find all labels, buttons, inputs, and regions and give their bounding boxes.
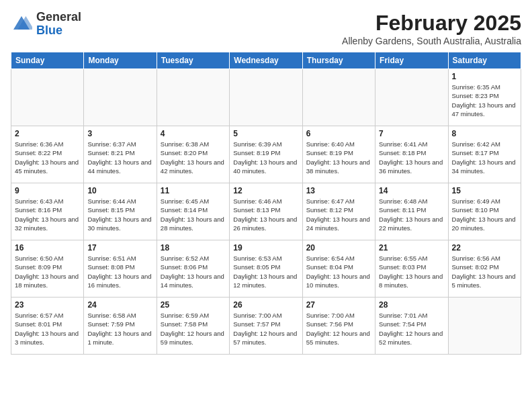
day-number: 9 xyxy=(15,186,80,195)
cell-info: Sunrise: 6:38 AM Sunset: 8:20 PM Dayligh… xyxy=(161,140,226,175)
calendar-header-row: SundayMondayTuesdayWednesdayThursdayFrid… xyxy=(11,52,521,69)
day-number: 14 xyxy=(379,186,444,195)
logo: General Blue xyxy=(11,11,81,38)
day-number: 21 xyxy=(379,243,444,253)
calendar-cell: 28Sunrise: 7:01 AM Sunset: 7:54 PM Dayli… xyxy=(375,298,448,355)
cell-info: Sunrise: 6:53 AM Sunset: 8:05 PM Dayligh… xyxy=(233,254,298,289)
calendar-cell: 25Sunrise: 6:59 AM Sunset: 7:58 PM Dayli… xyxy=(157,298,229,355)
day-number: 15 xyxy=(452,186,517,195)
logo-general: General xyxy=(36,11,81,24)
cell-info: Sunrise: 6:50 AM Sunset: 8:09 PM Dayligh… xyxy=(15,254,80,289)
calendar-cell: 14Sunrise: 6:48 AM Sunset: 8:11 PM Dayli… xyxy=(375,183,448,240)
cell-info: Sunrise: 6:54 AM Sunset: 8:04 PM Dayligh… xyxy=(306,254,371,289)
cell-info: Sunrise: 6:41 AM Sunset: 8:18 PM Dayligh… xyxy=(379,140,444,175)
day-number: 6 xyxy=(306,129,371,138)
cell-info: Sunrise: 7:00 AM Sunset: 7:57 PM Dayligh… xyxy=(233,311,298,347)
calendar-cell xyxy=(157,69,229,126)
page-header: General Blue February 2025 Allenby Garde… xyxy=(11,11,521,46)
cell-info: Sunrise: 6:58 AM Sunset: 7:59 PM Dayligh… xyxy=(87,311,152,347)
day-header-friday: Friday xyxy=(375,52,448,69)
day-number: 17 xyxy=(87,243,152,253)
day-number: 4 xyxy=(161,129,226,138)
day-number: 10 xyxy=(87,186,152,195)
calendar-week-1: 2Sunrise: 6:36 AM Sunset: 8:22 PM Daylig… xyxy=(11,126,521,183)
day-number: 24 xyxy=(87,300,152,310)
calendar-cell xyxy=(375,69,448,126)
cell-info: Sunrise: 6:35 AM Sunset: 8:23 PM Dayligh… xyxy=(452,83,517,118)
calendar-cell: 21Sunrise: 6:55 AM Sunset: 8:03 PM Dayli… xyxy=(375,240,448,298)
calendar-cell xyxy=(302,69,375,126)
calendar-cell: 4Sunrise: 6:38 AM Sunset: 8:20 PM Daylig… xyxy=(157,126,229,183)
day-header-tuesday: Tuesday xyxy=(157,52,229,69)
day-header-saturday: Saturday xyxy=(448,52,521,69)
calendar-cell: 20Sunrise: 6:54 AM Sunset: 8:04 PM Dayli… xyxy=(302,240,375,298)
day-number: 19 xyxy=(233,243,298,253)
cell-info: Sunrise: 6:44 AM Sunset: 8:15 PM Dayligh… xyxy=(87,197,152,232)
calendar-cell xyxy=(84,69,157,126)
calendar-week-4: 23Sunrise: 6:57 AM Sunset: 8:01 PM Dayli… xyxy=(11,298,521,355)
cell-info: Sunrise: 6:51 AM Sunset: 8:08 PM Dayligh… xyxy=(87,254,152,289)
calendar-cell: 7Sunrise: 6:41 AM Sunset: 8:18 PM Daylig… xyxy=(375,126,448,183)
calendar-cell xyxy=(448,298,521,355)
day-number: 26 xyxy=(233,300,298,310)
cell-info: Sunrise: 7:01 AM Sunset: 7:54 PM Dayligh… xyxy=(379,311,444,347)
cell-info: Sunrise: 6:40 AM Sunset: 8:19 PM Dayligh… xyxy=(306,140,371,175)
day-number: 28 xyxy=(379,300,444,310)
calendar-cell: 11Sunrise: 6:45 AM Sunset: 8:14 PM Dayli… xyxy=(157,183,229,240)
day-number: 27 xyxy=(306,300,371,310)
day-number: 18 xyxy=(161,243,226,253)
calendar-cell xyxy=(230,69,302,126)
day-number: 25 xyxy=(161,300,226,310)
day-number: 3 xyxy=(87,129,152,138)
cell-info: Sunrise: 6:57 AM Sunset: 8:01 PM Dayligh… xyxy=(15,311,80,347)
calendar-cell: 12Sunrise: 6:46 AM Sunset: 8:13 PM Dayli… xyxy=(230,183,302,240)
calendar-cell: 15Sunrise: 6:49 AM Sunset: 8:10 PM Dayli… xyxy=(448,183,521,240)
logo-blue: Blue xyxy=(36,24,81,38)
calendar-cell: 24Sunrise: 6:58 AM Sunset: 7:59 PM Dayli… xyxy=(84,298,157,355)
calendar-cell xyxy=(11,69,84,126)
day-header-thursday: Thursday xyxy=(302,52,375,69)
cell-info: Sunrise: 6:56 AM Sunset: 8:02 PM Dayligh… xyxy=(452,254,517,289)
day-number: 7 xyxy=(379,129,444,138)
calendar-cell: 19Sunrise: 6:53 AM Sunset: 8:05 PM Dayli… xyxy=(230,240,302,298)
calendar-cell: 13Sunrise: 6:47 AM Sunset: 8:12 PM Dayli… xyxy=(302,183,375,240)
day-number: 12 xyxy=(233,186,298,195)
calendar-week-2: 9Sunrise: 6:43 AM Sunset: 8:16 PM Daylig… xyxy=(11,183,521,240)
day-number: 1 xyxy=(452,72,517,81)
calendar-cell: 23Sunrise: 6:57 AM Sunset: 8:01 PM Dayli… xyxy=(11,298,84,355)
day-number: 2 xyxy=(15,129,80,138)
day-number: 8 xyxy=(452,129,517,138)
calendar-week-0: 1Sunrise: 6:35 AM Sunset: 8:23 PM Daylig… xyxy=(11,69,521,126)
calendar-cell: 5Sunrise: 6:39 AM Sunset: 8:19 PM Daylig… xyxy=(230,126,302,183)
title-area: February 2025 Allenby Gardens, South Aus… xyxy=(342,11,521,46)
location: Allenby Gardens, South Australia, Austra… xyxy=(342,36,521,46)
day-number: 5 xyxy=(233,129,298,138)
cell-info: Sunrise: 6:49 AM Sunset: 8:10 PM Dayligh… xyxy=(452,197,517,232)
cell-info: Sunrise: 6:46 AM Sunset: 8:13 PM Dayligh… xyxy=(233,197,298,232)
day-number: 20 xyxy=(306,243,371,253)
cell-info: Sunrise: 7:00 AM Sunset: 7:56 PM Dayligh… xyxy=(306,311,371,347)
cell-info: Sunrise: 6:48 AM Sunset: 8:11 PM Dayligh… xyxy=(379,197,444,232)
calendar-cell: 1Sunrise: 6:35 AM Sunset: 8:23 PM Daylig… xyxy=(448,69,521,126)
cell-info: Sunrise: 6:39 AM Sunset: 8:19 PM Dayligh… xyxy=(233,140,298,175)
calendar-cell: 9Sunrise: 6:43 AM Sunset: 8:16 PM Daylig… xyxy=(11,183,84,240)
cell-info: Sunrise: 6:43 AM Sunset: 8:16 PM Dayligh… xyxy=(15,197,80,232)
day-number: 16 xyxy=(15,243,80,253)
cell-info: Sunrise: 6:37 AM Sunset: 8:21 PM Dayligh… xyxy=(87,140,152,175)
calendar-week-3: 16Sunrise: 6:50 AM Sunset: 8:09 PM Dayli… xyxy=(11,240,521,298)
day-header-monday: Monday xyxy=(84,52,157,69)
calendar-table: SundayMondayTuesdayWednesdayThursdayFrid… xyxy=(11,52,521,355)
day-number: 23 xyxy=(15,300,80,310)
calendar-cell: 26Sunrise: 7:00 AM Sunset: 7:57 PM Dayli… xyxy=(230,298,302,355)
month-year: February 2025 xyxy=(342,11,521,36)
cell-info: Sunrise: 6:59 AM Sunset: 7:58 PM Dayligh… xyxy=(161,311,226,347)
logo-icon xyxy=(11,13,32,35)
day-number: 13 xyxy=(306,186,371,195)
calendar-cell: 6Sunrise: 6:40 AM Sunset: 8:19 PM Daylig… xyxy=(302,126,375,183)
cell-info: Sunrise: 6:36 AM Sunset: 8:22 PM Dayligh… xyxy=(15,140,80,175)
day-number: 22 xyxy=(452,243,517,253)
day-header-wednesday: Wednesday xyxy=(230,52,302,69)
day-header-sunday: Sunday xyxy=(11,52,84,69)
cell-info: Sunrise: 6:55 AM Sunset: 8:03 PM Dayligh… xyxy=(379,254,444,289)
cell-info: Sunrise: 6:45 AM Sunset: 8:14 PM Dayligh… xyxy=(161,197,226,232)
